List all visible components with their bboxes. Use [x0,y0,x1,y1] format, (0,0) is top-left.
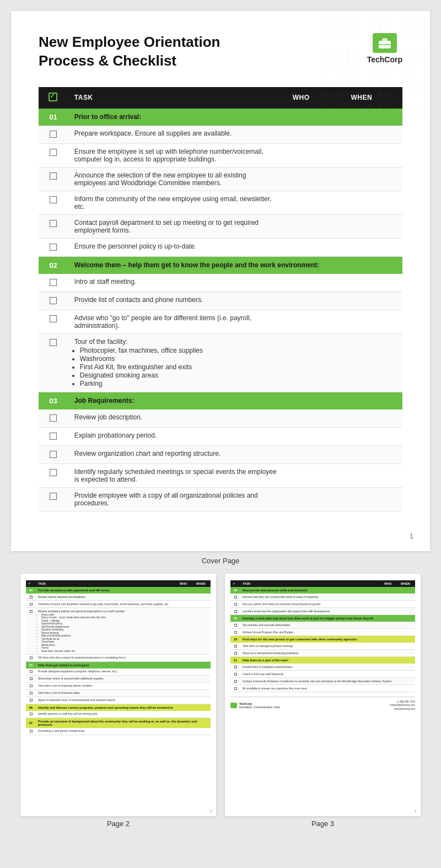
when-cell [344,167,402,191]
thumb-checkbox-cell[interactable] [26,697,36,704]
checkbox-cell[interactable] [39,191,68,214]
thumb-checkbox[interactable] [234,680,237,683]
thumb-checkbox-cell[interactable] [230,650,240,657]
thumb-checkbox-cell[interactable] [26,682,36,689]
task-text: Prepare workspace. Ensure all supplies a… [68,126,286,144]
list-item: First Aid Kit, fire extinguisher and exi… [80,363,279,371]
thumb3-task-header: TASK [240,580,382,587]
list-item: Vacation scheduling [41,628,208,631]
thumb-checkbox[interactable] [234,645,237,648]
thumb-checkbox-cell[interactable] [230,622,240,629]
thumb-checkbox[interactable] [30,610,33,613]
thumb-checkbox-cell[interactable] [230,629,240,636]
checkbox-cell[interactable] [39,214,68,238]
checkbox[interactable] [50,172,57,180]
thumb-checkbox-cell[interactable] [26,608,36,655]
table-row: Show them where to access/order addition… [26,675,211,682]
thumb-checkbox[interactable] [234,687,237,690]
table-row: Discuss how they can connect their work … [230,594,415,601]
thumb-task-text: Let them know how the organization will … [240,608,415,615]
thumb-checkbox[interactable] [30,670,33,673]
checkbox-cell[interactable] [39,167,68,191]
who-cell [286,463,345,487]
checkbox-cell[interactable] [39,238,68,256]
thumb-checkbox-cell[interactable] [26,654,36,661]
thumb-checkbox[interactable] [234,631,237,634]
thumb-checkbox[interactable] [30,699,33,702]
thumb-checkbox-cell[interactable] [230,643,240,650]
thumb-checkbox-cell[interactable] [26,711,36,718]
table-row: Everything a new person should know. [26,728,211,735]
checkbox-cell[interactable] [39,463,68,487]
thumb-section-num: 10 [230,636,240,643]
checkbox[interactable] [50,297,57,304]
checkbox-cell[interactable] [39,274,68,292]
thumb-checkbox-cell[interactable] [26,728,36,735]
list-item: Appointment policy [41,622,208,625]
checkbox[interactable] [50,433,57,440]
checkbox[interactable] [50,220,57,227]
checkbox-cell[interactable] [39,333,68,392]
thumb-checkbox[interactable] [234,624,237,627]
thumb-checkbox-cell[interactable] [230,678,240,685]
thumb-checkbox[interactable] [30,677,33,680]
thumb-checkbox-cell[interactable] [26,668,36,676]
thumb-checkbox-cell[interactable] [230,594,240,601]
list-item: Media policy [41,644,208,646]
checkbox-cell[interactable] [39,126,68,144]
checkbox[interactable] [50,196,57,203]
thumb-checkbox-cell[interactable] [230,671,240,678]
thumb-task-text: Show them where to access/order addition… [36,675,211,682]
checkbox[interactable] [50,469,57,476]
thumb-checkbox[interactable] [30,713,33,715]
checkbox[interactable] [50,131,57,138]
checkbox[interactable] [50,493,57,500]
checkbox-cell[interactable] [39,487,68,511]
checkbox-cell[interactable] [39,292,68,310]
thumb-checkbox[interactable] [30,656,33,659]
thumb-checkbox[interactable] [234,603,237,606]
checkbox-cell[interactable] [39,427,68,445]
checkbox[interactable] [50,451,57,458]
thumb-checkbox[interactable] [30,730,33,732]
logo-text: TechCorp [367,55,402,64]
thumb-checkbox-cell[interactable] [230,608,240,615]
thumb-checkbox-cell[interactable] [230,601,240,608]
thumb-checkbox-cell[interactable] [26,594,36,601]
thumb-checkbox[interactable] [234,596,237,599]
thumb-checkbox[interactable] [234,610,237,613]
thumb-checkbox-cell[interactable] [26,601,36,608]
thumb-checkbox-cell[interactable] [26,675,36,682]
thumb-checkbox[interactable] [234,673,237,676]
checkbox-cell[interactable] [39,310,68,333]
task-text: Contact payroll department to set up mee… [68,214,286,238]
checkbox[interactable] [50,149,57,156]
table-row: Set priorities and concrete deliverables… [230,622,415,629]
thumb-checkbox[interactable] [30,684,33,687]
thumb-footer-logo: TechCorp Innovation. Communication. Now. [230,702,280,709]
thumb-checkbox[interactable] [30,603,33,606]
thumb-checkbox[interactable] [234,652,237,655]
checkbox-cell[interactable] [39,445,68,463]
thumb-checkbox-cell[interactable] [230,685,240,692]
thumb-task-text: Give them a list of important phone numb… [36,682,211,689]
list-item: Mail and banking practices [41,634,208,637]
checkbox-cell[interactable] [39,143,68,167]
checkbox[interactable] [50,244,57,251]
task-text: Announce the selection of the new employ… [68,167,286,191]
svg-rect-1 [383,39,387,41]
table-row: Check in with new staff frequently. [230,671,415,678]
checkbox-cell[interactable] [39,409,68,428]
thumb-task-text: Take them to interagency/board meetings. [240,643,415,650]
thumb-checkbox[interactable] [30,596,33,599]
thumb-checkbox[interactable] [30,692,33,694]
task-text: Identify regularly scheduled meetings or… [68,463,286,487]
thumb-checkbox-cell[interactable] [26,689,36,697]
checkbox[interactable] [50,279,57,286]
checkbox[interactable] [50,414,57,422]
thumb-checkbox-cell[interactable] [230,664,240,671]
task-header: TASK [68,87,286,109]
thumb-checkbox[interactable] [234,666,237,668]
checkbox[interactable] [50,315,57,322]
checkbox[interactable] [50,339,57,346]
